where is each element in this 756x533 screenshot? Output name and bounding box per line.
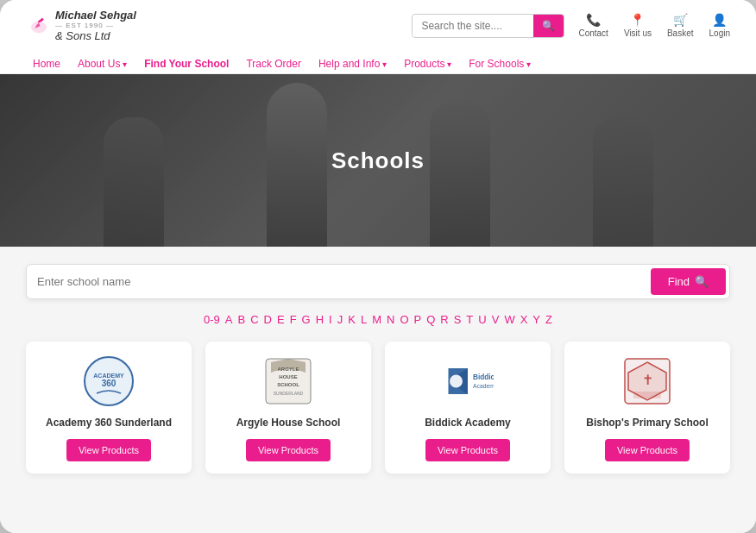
logo-bird-icon [26,13,52,39]
school-logo-2: ARGYLE HOUSE SCHOOL SUNDERLAND [262,355,314,407]
logo-area: Michael Sehgal — EST 1990 — & Sons Ltd [26,9,136,42]
alpha-k[interactable]: K [348,313,356,326]
basket-label: Basket [667,28,694,38]
alpha-z[interactable]: Z [545,313,552,326]
main-content: Find 🔍 0-9 A B C D E F G H I J K L M N O… [0,247,756,533]
alpha-n[interactable]: N [387,313,394,326]
header-top: Michael Sehgal — EST 1990 — & Sons Ltd 🔍… [26,9,730,49]
alpha-v[interactable]: V [492,313,500,326]
logo-text: Michael Sehgal — EST 1990 — & Sons Ltd [55,9,136,42]
alpha-h[interactable]: H [316,313,324,326]
find-school-button[interactable]: Find 🔍 [651,268,726,295]
phone-icon: 📞 [586,13,601,27]
alpha-e[interactable]: E [277,313,285,326]
biddick-logo: Biddick Academy [442,355,494,407]
alpha-q[interactable]: Q [426,313,435,326]
bishops-logo: ✝ [621,355,673,407]
visit-label: Visit us [624,28,652,38]
alphabet-filter: 0-9 A B C D E F G H I J K L M N O P Q R … [26,313,730,326]
svg-rect-19 [633,392,661,398]
alpha-t[interactable]: T [466,313,473,326]
nav-help[interactable]: Help and Info [312,54,394,73]
header: Michael Sehgal — EST 1990 — & Sons Ltd 🔍… [0,0,756,74]
school-card-3: Biddick Academy Biddick Academy View Pro… [385,342,551,473]
hero-title: Schools [331,147,425,174]
view-products-btn-1[interactable]: View Products [66,439,151,461]
school-name-2: Argyle House School [236,416,341,430]
nav-for-schools[interactable]: For Schools [462,54,538,73]
nav-home[interactable]: Home [26,54,67,73]
nav-products[interactable]: Products [397,54,458,73]
school-name-1: Academy 360 Sunderland [46,416,172,430]
view-products-btn-3[interactable]: View Products [425,439,510,461]
alpha-i[interactable]: I [329,313,332,326]
header-actions: 🔍 📞 Contact 📍 Visit us 🛒 Basket [412,13,730,38]
alpha-m[interactable]: M [372,313,381,326]
alpha-u[interactable]: U [478,313,486,326]
contact-label: Contact [578,28,608,38]
alpha-l[interactable]: L [361,313,367,326]
alpha-j[interactable]: J [337,313,343,326]
main-nav: Home About Us Find Your School Track Ord… [26,49,730,73]
contact-link[interactable]: 📞 Contact [578,13,608,38]
nav-about[interactable]: About Us [71,54,134,73]
alpha-c[interactable]: C [250,313,258,326]
alpha-x[interactable]: X [520,313,528,326]
svg-point-1 [41,18,43,21]
view-products-btn-2[interactable]: View Products [246,439,331,461]
alpha-o[interactable]: O [400,313,408,326]
alpha-b[interactable]: B [238,313,246,326]
academy360-logo: ACADEMY 360 [83,355,135,407]
alpha-w[interactable]: W [504,313,514,326]
alpha-0-9[interactable]: 0-9 [204,313,220,326]
site-search-input[interactable] [413,16,533,36]
find-label: Find [668,275,690,288]
school-logo-3: Biddick Academy [442,355,494,407]
nav-track-order[interactable]: Track Order [239,54,308,73]
school-search-bar: Find 🔍 [26,264,730,299]
school-name-3: Biddick Academy [425,416,511,430]
view-products-btn-4[interactable]: View Products [605,439,690,461]
svg-text:HOUSE: HOUSE [279,374,297,379]
nav-find-school[interactable]: Find Your School [137,54,236,73]
svg-text:SCHOOL: SCHOOL [277,382,299,387]
alpha-f[interactable]: F [290,313,297,326]
school-logo-4: ✝ [621,355,673,407]
schools-grid: ACADEMY 360 Academy 360 Sunderland View … [26,342,730,473]
svg-point-12 [450,375,463,388]
school-logo-1: ACADEMY 360 [83,355,135,407]
hero-section: Schools [0,74,756,247]
alpha-s[interactable]: S [454,313,462,326]
alpha-d[interactable]: D [264,313,272,326]
school-name-4: Bishop's Primary School [586,416,709,430]
school-name-input[interactable] [37,275,651,288]
visit-link[interactable]: 📍 Visit us [624,13,652,38]
argyle-logo: ARGYLE HOUSE SCHOOL SUNDERLAND [262,355,314,407]
header-icons: 📞 Contact 📍 Visit us 🛒 Basket 👤 Login [578,13,730,38]
svg-text:360: 360 [102,379,117,388]
svg-text:ACADEMY: ACADEMY [93,373,124,379]
alpha-a[interactable]: A [225,313,233,326]
login-link[interactable]: 👤 Login [709,13,730,38]
alpha-r[interactable]: R [440,313,448,326]
svg-text:Biddick: Biddick [473,373,494,381]
search-box: 🔍 [412,14,564,38]
svg-text:SUNDERLAND: SUNDERLAND [274,391,304,396]
location-icon: 📍 [630,13,645,27]
school-card-4: ✝ Bishop's Primary School View Products [564,342,730,473]
svg-text:Academy: Academy [473,383,494,390]
alpha-p[interactable]: P [414,313,422,326]
alpha-y[interactable]: Y [532,313,540,326]
login-label: Login [709,28,730,38]
school-card-2: ARGYLE HOUSE SCHOOL SUNDERLAND Argyle Ho… [205,342,371,473]
alpha-g[interactable]: G [302,313,311,326]
basket-link[interactable]: 🛒 Basket [667,13,694,38]
school-card-1: ACADEMY 360 Academy 360 Sunderland View … [26,342,192,473]
basket-icon: 🛒 [673,13,688,27]
device-frame: Michael Sehgal — EST 1990 — & Sons Ltd 🔍… [0,0,756,533]
user-icon: 👤 [712,13,727,27]
site-search-button[interactable]: 🔍 [533,15,564,37]
svg-text:✝: ✝ [642,373,653,387]
search-icon: 🔍 [695,275,709,288]
